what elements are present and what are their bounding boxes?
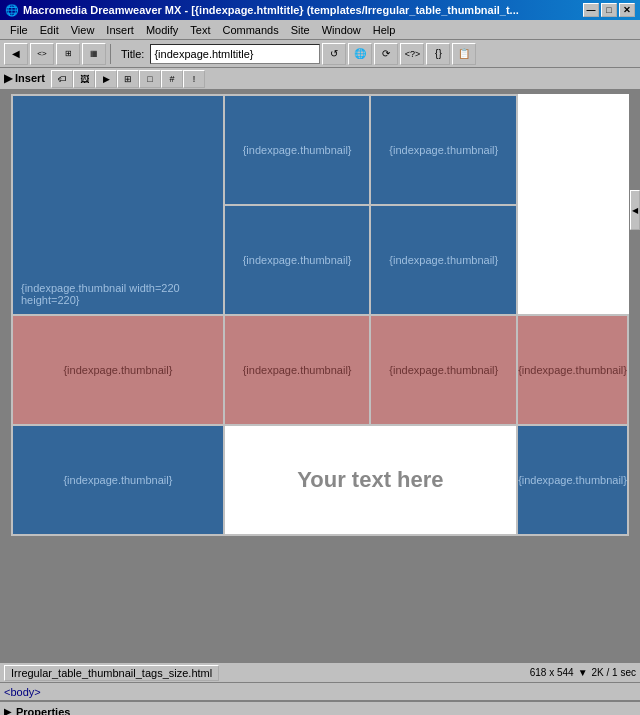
cell-top-r2c1: {indexpage.thumbnail} bbox=[224, 205, 371, 315]
close-button[interactable]: ✕ bbox=[619, 3, 635, 17]
menu-bar: File Edit View Insert Modify Text Comman… bbox=[0, 20, 640, 40]
cell-pink-c1: {indexpage.thumbnail} bbox=[12, 315, 224, 425]
separator: ▼ bbox=[578, 667, 588, 678]
maximize-button[interactable]: □ bbox=[601, 3, 617, 17]
properties-panel-title: Properties bbox=[16, 706, 70, 716]
reference-button[interactable]: {} bbox=[426, 43, 450, 65]
cell-top-r1c1: {indexpage.thumbnail} bbox=[224, 95, 371, 205]
menu-view[interactable]: View bbox=[65, 22, 101, 38]
properties-arrow-icon: ▶ bbox=[4, 706, 12, 715]
toolbar: ◀ <> ⊞ ▦ Title: ↺ 🌐 ⟳ <?> {} 📋 bbox=[0, 40, 640, 68]
title-label: Title: bbox=[121, 48, 144, 60]
cell-bottom-c4: {indexpage.thumbnail} bbox=[517, 425, 628, 535]
insert-div-btn[interactable]: □ bbox=[139, 70, 161, 88]
refresh-title-button[interactable]: ↺ bbox=[322, 43, 346, 65]
content-table: {indexpage.thumbnail width=220 height=22… bbox=[11, 94, 629, 536]
cell-pink-c2: {indexpage.thumbnail} bbox=[224, 315, 371, 425]
code-hints-button[interactable]: <?> bbox=[400, 43, 424, 65]
insert-comment-btn[interactable]: ! bbox=[183, 70, 205, 88]
cell-top-r2c2: {indexpage.thumbnail} bbox=[370, 205, 517, 315]
title-bar: 🌐 Macromedia Dreamweaver MX - [{indexpag… bbox=[0, 0, 640, 20]
status-bar: Irregular_table_thumbnail_tags_size.html… bbox=[0, 662, 640, 682]
filename-tab[interactable]: Irregular_table_thumbnail_tags_size.html bbox=[4, 665, 219, 681]
design-view-button[interactable]: ▦ bbox=[82, 43, 106, 65]
menu-site[interactable]: Site bbox=[285, 22, 316, 38]
main-area[interactable]: {indexpage.thumbnail width=220 height=22… bbox=[0, 90, 640, 662]
resize-handle[interactable]: ◀ bbox=[630, 190, 640, 230]
menu-modify[interactable]: Modify bbox=[140, 22, 184, 38]
insert-tag-btn[interactable]: 🏷 bbox=[51, 70, 73, 88]
body-tag-text: <body> bbox=[4, 686, 41, 698]
back-button[interactable]: ◀ bbox=[4, 43, 28, 65]
menu-help[interactable]: Help bbox=[367, 22, 402, 38]
split-view-button[interactable]: ⊞ bbox=[56, 43, 80, 65]
canvas: {indexpage.thumbnail width=220 height=22… bbox=[11, 94, 629, 536]
insert-label: ▶ Insert bbox=[4, 72, 45, 85]
insert-media-btn[interactable]: ▶ bbox=[95, 70, 117, 88]
cell-pink-c4: {indexpage.thumbnail} bbox=[517, 315, 628, 425]
title-input[interactable] bbox=[150, 44, 320, 64]
insert-anchor-btn[interactable]: # bbox=[161, 70, 183, 88]
cell-bottom-c1: {indexpage.thumbnail} bbox=[12, 425, 224, 535]
file-size-text: 2K / 1 sec bbox=[592, 667, 636, 678]
properties-panel-header[interactable]: ▶ Properties bbox=[0, 702, 640, 715]
refresh-button[interactable]: ⟳ bbox=[374, 43, 398, 65]
menu-edit[interactable]: Edit bbox=[34, 22, 65, 38]
menu-window[interactable]: Window bbox=[316, 22, 367, 38]
code-view-button[interactable]: <> bbox=[30, 43, 54, 65]
menu-insert[interactable]: Insert bbox=[100, 22, 140, 38]
code-nav-button[interactable]: 📋 bbox=[452, 43, 476, 65]
cell-bottom-text: Your text here bbox=[224, 425, 517, 535]
cell-pink-c3: {indexpage.thumbnail} bbox=[370, 315, 517, 425]
insert-table-btn[interactable]: ⊞ bbox=[117, 70, 139, 88]
menu-commands[interactable]: Commands bbox=[216, 22, 284, 38]
cell-large-thumbnail: {indexpage.thumbnail width=220 height=22… bbox=[12, 95, 224, 315]
insert-image-btn[interactable]: 🖼 bbox=[73, 70, 95, 88]
insert-bar: ▶ Insert 🏷 🖼 ▶ ⊞ □ # ! bbox=[0, 68, 640, 90]
menu-file[interactable]: File bbox=[4, 22, 34, 38]
properties-panel: ▶ Properties bbox=[0, 700, 640, 715]
browse-button[interactable]: 🌐 bbox=[348, 43, 372, 65]
cell-top-r1c2: {indexpage.thumbnail} bbox=[370, 95, 517, 205]
title-bar-text: Macromedia Dreamweaver MX - [{indexpage.… bbox=[23, 4, 519, 16]
menu-text[interactable]: Text bbox=[184, 22, 216, 38]
body-tag-bar: <body> bbox=[0, 682, 640, 700]
app-icon: 🌐 bbox=[5, 4, 19, 17]
filename-text: Irregular_table_thumbnail_tags_size.html bbox=[11, 667, 212, 679]
dimensions-text: 618 x 544 bbox=[530, 667, 574, 678]
minimize-button[interactable]: — bbox=[583, 3, 599, 17]
